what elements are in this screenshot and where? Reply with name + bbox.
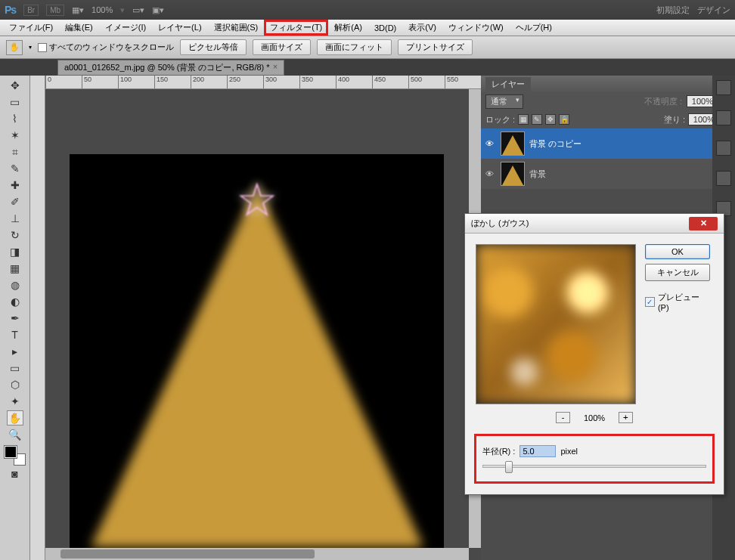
3d-tool[interactable]: ⬡	[7, 377, 23, 392]
workspace-essentials[interactable]: 初期設定	[656, 5, 690, 16]
radius-input[interactable]	[519, 445, 556, 457]
preview-checkbox[interactable]: ✓プレビュー(P)	[645, 292, 710, 312]
actions-panel-icon[interactable]	[716, 141, 731, 156]
brush-tool[interactable]: ✐	[7, 194, 23, 209]
ruler-horizontal: 050100150200250300350400450500550	[45, 76, 481, 89]
pen-tool[interactable]: ✒	[7, 311, 23, 326]
radius-label: 半径(R) :	[482, 446, 515, 457]
dialog-title: ぼかし (ガウス)	[471, 218, 529, 229]
blur-tool[interactable]: ◍	[7, 277, 23, 292]
crop-tool[interactable]: ⌗	[7, 144, 23, 159]
menu-bar: ファイル(F) 編集(E) イメージ(I) レイヤー(L) 選択範囲(S) フィ…	[0, 20, 735, 36]
fill-screen-button[interactable]: 画面にフィット	[317, 39, 392, 55]
cancel-button[interactable]: キャンセル	[645, 264, 710, 281]
canvas-area: 050100150200250300350400450500550 ☆	[45, 76, 481, 560]
heal-tool[interactable]: ✚	[7, 178, 23, 193]
arrange-icon[interactable]: ▣▾	[152, 5, 164, 15]
type-tool[interactable]: T	[7, 327, 23, 342]
actual-pixels-button[interactable]: ピクセル等倍	[180, 39, 247, 55]
print-size-button[interactable]: プリントサイズ	[398, 39, 473, 55]
menu-help[interactable]: ヘルプ(H)	[510, 20, 558, 36]
3d-camera-tool[interactable]: ✦	[7, 394, 23, 409]
app-topbar: Ps Br Mb ▦▾ 100%▾ ▭▾ ▣▾ 初期設定 デザイン	[0, 0, 735, 20]
menu-edit[interactable]: 編集(E)	[59, 20, 99, 36]
lock-label: ロック :	[485, 114, 515, 125]
gaussian-blur-dialog: ぼかし (ガウス) ✕ OK キャンセル ✓プレビュー(P) - 100% + …	[464, 213, 724, 495]
view-icon[interactable]: ▭▾	[132, 5, 144, 15]
lock-paint-icon[interactable]: ✎	[532, 114, 542, 125]
blend-mode-select[interactable]: 通常	[485, 94, 523, 109]
visibility-icon[interactable]: 👁	[485, 169, 496, 178]
menu-view[interactable]: 表示(V)	[402, 20, 442, 36]
document-canvas[interactable]: ☆	[70, 154, 444, 553]
color-swatches[interactable]	[5, 446, 26, 466]
app-logo: Ps	[5, 4, 16, 16]
bridge-icon[interactable]: Br	[23, 5, 39, 16]
history-brush-tool[interactable]: ↻	[7, 227, 23, 243]
menu-select[interactable]: 選択範囲(S)	[208, 20, 265, 36]
document-tab[interactable]: a0001_012652_m.jpg @ 50% (背景 のコピー, RGB/8…	[57, 60, 284, 76]
zoom-tool[interactable]: 🔍	[7, 427, 23, 442]
layer-item-background[interactable]: 👁 背景 🔒	[481, 159, 735, 189]
layer-thumbnail[interactable]	[501, 131, 525, 156]
horizontal-scrollbar[interactable]	[45, 548, 469, 560]
zoom-in-button[interactable]: +	[619, 412, 633, 423]
visibility-icon[interactable]: 👁	[485, 139, 496, 148]
menu-layer[interactable]: レイヤー(L)	[152, 20, 207, 36]
screen-mode-icon[interactable]: ▦▾	[72, 5, 84, 15]
zoom-level[interactable]: 100%	[91, 5, 113, 14]
eraser-tool[interactable]: ◨	[7, 244, 23, 259]
layer-item-copy[interactable]: 👁 背景 のコピー	[481, 128, 735, 159]
fit-screen-button[interactable]: 画面サイズ	[253, 39, 311, 55]
marquee-tool[interactable]: ▭	[7, 94, 23, 110]
document-tab-bar: a0001_012652_m.jpg @ 50% (背景 のコピー, RGB/8…	[0, 59, 735, 76]
close-button[interactable]: ✕	[689, 217, 718, 230]
scroll-all-checkbox[interactable]: すべてのウィンドウをスクロール	[38, 42, 174, 53]
workspace-design[interactable]: デザイン	[697, 5, 730, 16]
lock-move-icon[interactable]: ✥	[545, 114, 556, 125]
menu-window[interactable]: ウィンドウ(W)	[442, 20, 510, 36]
hand-tool[interactable]: ✋	[7, 410, 23, 425]
radius-slider[interactable]	[482, 465, 706, 468]
layer-name: 背景	[529, 169, 715, 180]
menu-3d[interactable]: 3D(D)	[368, 21, 402, 35]
lock-all-icon[interactable]: 🔒	[559, 114, 569, 125]
tool-panel: ✥ ▭ ⌇ ✶ ⌗ ✎ ✚ ✐ ⊥ ↻ ◨ ▦ ◍ ◐ ✒ T ▸ ▭ ⬡ ✦ …	[0, 76, 30, 560]
menu-file[interactable]: ファイル(F)	[3, 20, 59, 36]
opacity-label: 不透明度 :	[644, 96, 682, 107]
shape-tool[interactable]: ▭	[7, 360, 23, 376]
slider-thumb[interactable]	[505, 461, 513, 473]
menu-filter[interactable]: フィルター(T)	[264, 20, 328, 36]
dodge-tool[interactable]: ◐	[7, 294, 23, 309]
quickmask-toggle[interactable]: ◙	[7, 466, 23, 481]
ok-button[interactable]: OK	[645, 244, 710, 259]
lasso-tool[interactable]: ⌇	[7, 111, 23, 126]
close-tab-icon[interactable]: ×	[273, 62, 278, 73]
minibridge-icon[interactable]: Mb	[46, 5, 64, 16]
color-panel-icon[interactable]	[716, 171, 731, 186]
dialog-titlebar[interactable]: ぼかし (ガウス) ✕	[465, 214, 724, 234]
menu-image[interactable]: イメージ(I)	[99, 20, 152, 36]
fill-label: 塗り :	[664, 114, 685, 125]
lock-transparent-icon[interactable]: ▦	[518, 114, 529, 125]
history-panel-icon[interactable]	[716, 110, 731, 125]
quick-select-tool[interactable]: ✶	[7, 128, 23, 143]
eyedropper-tool[interactable]: ✎	[7, 161, 23, 176]
minibridge-panel-icon[interactable]	[716, 80, 731, 95]
options-bar: ✋▾ すべてのウィンドウをスクロール ピクセル等倍 画面サイズ 画面にフィット …	[0, 36, 735, 59]
move-tool[interactable]: ✥	[7, 78, 23, 93]
stamp-tool[interactable]: ⊥	[7, 211, 23, 226]
tree-star-graphic: ☆	[236, 172, 278, 227]
path-select-tool[interactable]: ▸	[7, 344, 23, 359]
gradient-tool[interactable]: ▦	[7, 261, 23, 276]
hand-tool-icon[interactable]: ✋	[6, 40, 23, 55]
menu-analysis[interactable]: 解析(A)	[328, 20, 368, 36]
layer-thumbnail[interactable]	[501, 162, 525, 186]
layers-tab[interactable]: レイヤー	[485, 77, 531, 91]
layers-panel: レイヤー▾≡ 通常 不透明度 : 100% ▸ ロック : ▦ ✎ ✥ 🔒 塗り…	[481, 76, 735, 189]
pixel-label: pixel	[560, 447, 578, 456]
filter-preview[interactable]	[476, 244, 636, 404]
zoom-out-button[interactable]: -	[556, 412, 570, 423]
radius-highlight: 半径(R) : pixel	[474, 434, 715, 484]
layer-name: 背景 のコピー	[529, 138, 730, 150]
